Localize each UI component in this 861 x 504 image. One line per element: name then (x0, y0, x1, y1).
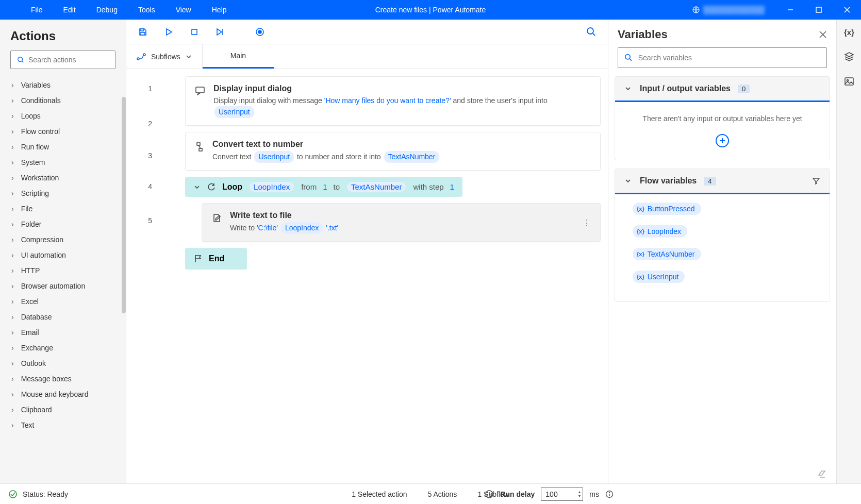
spinner-buttons[interactable]: ▲▼ (577, 490, 581, 498)
action-category[interactable]: ›Outlook (0, 356, 126, 371)
action-category[interactable]: ›File (0, 201, 126, 216)
svg-point-5 (18, 57, 23, 62)
status-text: Status: Ready (23, 490, 68, 498)
images-tool-button[interactable] (837, 69, 861, 94)
toolbar (126, 20, 608, 44)
action-category[interactable]: ›Browser automation (0, 278, 126, 294)
action-categories-list[interactable]: ›Variables ›Conditionals ›Loops ›Flow co… (0, 77, 126, 483)
action-category[interactable]: ›Email (0, 325, 126, 340)
run-delay-input[interactable]: 100 ▲▼ (541, 488, 583, 501)
menu-debug[interactable]: Debug (86, 0, 128, 20)
close-pane-button[interactable] (819, 30, 827, 39)
search-icon (624, 53, 633, 62)
delay-unit: ms (589, 490, 599, 498)
action-category[interactable]: ›Compression (0, 232, 126, 247)
chevron-right-icon: › (11, 189, 14, 197)
variable-item[interactable]: {x}UserInput (633, 271, 812, 283)
action-category[interactable]: ›Message boxes (0, 371, 126, 387)
record-button[interactable] (254, 26, 266, 38)
action-category[interactable]: ›Mouse and keyboard (0, 387, 126, 402)
search-variables-input[interactable] (618, 47, 827, 68)
search-icon (17, 56, 24, 64)
action-category[interactable]: ›Conditionals (0, 93, 126, 108)
status-bar: Status: Ready 1 Selected action 5 Action… (0, 483, 861, 504)
maximize-button[interactable] (804, 0, 833, 20)
stop-button[interactable] (188, 26, 201, 38)
scrollbar[interactable] (122, 97, 126, 313)
minimize-button[interactable] (776, 0, 804, 20)
layers-tool-button[interactable] (837, 44, 861, 69)
chevron-right-icon: › (11, 96, 14, 105)
flow-canvas[interactable]: 1 2 3 4 5 Display input dialog Display i… (126, 69, 608, 483)
clock-icon (485, 490, 494, 499)
action-title: Convert text to number (212, 140, 440, 149)
svg-rect-18 (197, 143, 200, 145)
close-button[interactable] (833, 0, 861, 20)
variables-title: Variables (618, 28, 668, 41)
action-category[interactable]: ›UI automation (0, 247, 126, 263)
variables-pane: Variables Input / output variables 0 The… (608, 20, 836, 483)
action-category[interactable]: ›Database (0, 309, 126, 325)
action-category[interactable]: ›Text (0, 417, 126, 433)
line-number: 1 (126, 69, 178, 108)
chevron-right-icon: › (11, 127, 14, 136)
svg-point-12 (258, 30, 261, 33)
action-category[interactable]: ›Excel (0, 294, 126, 309)
io-variables-header[interactable]: Input / output variables 0 (615, 77, 830, 102)
svg-point-24 (625, 54, 630, 59)
filter-button[interactable] (812, 177, 820, 185)
right-tool-strip: {x} (836, 20, 861, 483)
convert-icon (195, 140, 204, 163)
action-loop[interactable]: Loop LoopIndex from 1 to TextAsNumber wi… (185, 177, 462, 197)
info-icon[interactable] (605, 490, 614, 498)
run-button[interactable] (162, 26, 175, 38)
menu-edit[interactable]: Edit (53, 0, 86, 20)
action-category[interactable]: ›Loops (0, 108, 126, 124)
subflows-dropdown[interactable]: Subflows (126, 44, 203, 69)
run-next-button[interactable] (214, 26, 226, 38)
empty-message: There aren't any input or output variabl… (624, 114, 820, 123)
variable-item[interactable]: {x}ButtonPressed (633, 203, 812, 215)
search-actions-input[interactable] (10, 51, 115, 69)
action-category[interactable]: ›HTTP (0, 263, 126, 278)
chevron-right-icon: › (11, 81, 14, 89)
variable-item[interactable]: {x}LoopIndex (633, 225, 812, 238)
action-category[interactable]: ›Variables (0, 77, 126, 93)
menu-tools[interactable]: Tools (128, 0, 165, 20)
environment-badge[interactable]: ████████████ (686, 6, 771, 14)
tab-main[interactable]: Main (203, 44, 274, 69)
clear-button[interactable] (608, 468, 836, 483)
add-variable-button[interactable] (716, 134, 729, 147)
status-ok-icon (8, 490, 18, 499)
action-category[interactable]: ›Exchange (0, 340, 126, 356)
action-convert-text-to-number[interactable]: Convert text to number Convert text User… (185, 132, 601, 171)
action-write-text-to-file[interactable]: Write text to file Write to 'C:\file' Lo… (202, 203, 601, 242)
variable-item[interactable]: {x}TextAsNumber (633, 248, 812, 260)
flag-icon (193, 254, 203, 263)
svg-point-16 (143, 54, 145, 56)
chevron-right-icon: › (11, 251, 14, 259)
variables-tool-button[interactable]: {x} (837, 20, 861, 44)
action-title: Display input dialog (213, 84, 591, 93)
action-category[interactable]: ›Folder (0, 216, 126, 232)
action-category[interactable]: ›Scripting (0, 186, 126, 201)
flow-variables-header[interactable]: Flow variables 4 (615, 169, 830, 194)
run-delay-label: Run delay (500, 490, 535, 498)
action-end[interactable]: End (185, 248, 247, 270)
menu-file[interactable]: File (21, 0, 53, 20)
more-options-button[interactable]: ⋮ (583, 217, 591, 227)
search-flow-button[interactable] (585, 26, 598, 38)
action-category[interactable]: ›Flow control (0, 124, 126, 139)
menu-view[interactable]: View (165, 0, 202, 20)
svg-point-30 (9, 491, 16, 498)
svg-line-25 (630, 59, 632, 61)
action-category[interactable]: ›System (0, 155, 126, 170)
menu-help[interactable]: Help (202, 0, 237, 20)
action-display-input-dialog[interactable]: Display input dialog Display input dialo… (185, 76, 601, 126)
chevron-right-icon: › (11, 158, 14, 166)
action-category[interactable]: ›Run flow (0, 139, 126, 155)
action-category[interactable]: ›Workstation (0, 170, 126, 186)
save-button[interactable] (137, 26, 149, 38)
action-category[interactable]: ›Clipboard (0, 402, 126, 417)
chevron-right-icon: › (11, 328, 14, 337)
